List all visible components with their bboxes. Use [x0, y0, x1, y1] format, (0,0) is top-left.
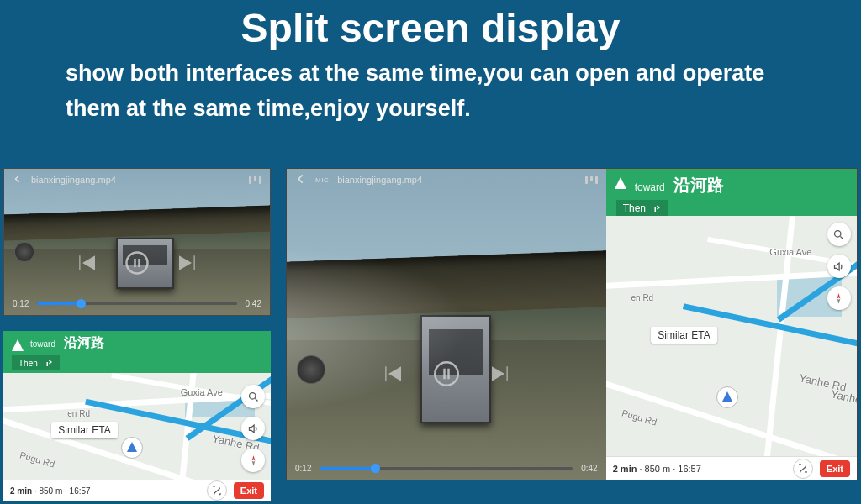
back-icon[interactable] — [295, 173, 307, 186]
road-label: Pugu Rd — [18, 450, 55, 470]
turn-right-icon — [651, 203, 661, 213]
seek-bar[interactable] — [320, 467, 573, 470]
then-label: Then — [18, 359, 38, 368]
road-label: Guxia Ave — [181, 387, 223, 397]
exit-button[interactable]: Exit — [820, 460, 850, 477]
svg-point-2 — [435, 363, 458, 386]
equalizer-icon[interactable] — [585, 176, 598, 184]
svg-point-1 — [249, 392, 256, 399]
eta-summary: 2 min · 850 m · 16:57 — [10, 486, 91, 496]
turn-right-icon — [43, 358, 53, 368]
page-subtitle: show both interfaces at the same time,yo… — [0, 51, 861, 127]
nav-map-small: toward 沿河路 Then Guxia Ave Yanhe Rd Pugu … — [3, 331, 271, 501]
road-label: en Rd — [67, 409, 90, 418]
video-player-large: MIC bianxingjingang.mp4 0:12 0:42 — [287, 169, 606, 480]
destination-name: 沿河路 — [673, 174, 724, 197]
time-total: 0:42 — [581, 464, 597, 473]
compass-button[interactable] — [241, 449, 265, 472]
volume-button[interactable] — [827, 255, 851, 278]
video-scene — [4, 169, 270, 315]
time-total: 0:42 — [246, 299, 261, 308]
nav-header: toward 沿河路 Then — [3, 331, 271, 375]
time-current: 0:12 — [295, 464, 311, 473]
video-filename: bianxingjingang.mp4 — [31, 175, 116, 185]
road-label: Pugu Rd — [621, 407, 658, 427]
then-label: Then — [623, 202, 646, 214]
next-button[interactable] — [175, 250, 200, 276]
pause-button[interactable] — [124, 250, 150, 276]
nav-map-large: toward 沿河路 Then Guxia Ave Yanhe Rd Yanhe… — [606, 169, 857, 480]
eta-chip[interactable]: Similar ETA — [51, 422, 117, 438]
eta-chip[interactable]: Similar ETA — [651, 327, 716, 344]
map-canvas[interactable]: Guxia Ave Yanhe Rd Yanhe Pugu Rd en Rd S… — [606, 216, 857, 456]
exit-button[interactable]: Exit — [234, 482, 264, 499]
volume-button[interactable] — [241, 417, 265, 440]
toward-label: toward — [635, 181, 665, 193]
video-progress: 0:12 0:42 — [4, 294, 270, 315]
nav-footer: 2 min · 850 m · 16:57 Exit — [606, 456, 857, 480]
video-scene — [287, 169, 606, 480]
road-label: en Rd — [631, 293, 654, 302]
toward-label: toward — [30, 339, 55, 349]
video-controls — [287, 361, 606, 386]
road-label: Guxia Ave — [769, 247, 811, 257]
eta-summary: 2 min · 850 m · 16:57 — [613, 464, 701, 474]
alt-routes-button[interactable] — [207, 480, 227, 501]
equalizer-icon[interactable] — [249, 176, 261, 184]
pause-button[interactable] — [434, 361, 459, 386]
back-icon[interactable] — [13, 174, 23, 186]
next-button[interactable] — [488, 361, 513, 386]
mic-label: MIC — [315, 176, 329, 184]
prev-button[interactable] — [74, 250, 99, 276]
direction-arrow-icon — [615, 177, 626, 189]
direction-arrow-icon — [12, 339, 24, 351]
compass-button[interactable] — [827, 286, 851, 310]
then-step[interactable]: Then — [12, 355, 60, 370]
prev-button[interactable] — [380, 361, 405, 386]
page-title: Split screen display — [0, 0, 861, 51]
video-controls — [4, 250, 270, 276]
video-progress: 0:12 0:42 — [287, 459, 606, 480]
map-side-controls — [240, 385, 266, 472]
video-topbar: MIC bianxingjingang.mp4 — [287, 169, 606, 191]
svg-point-3 — [835, 230, 842, 237]
map-canvas[interactable]: Guxia Ave Yanhe Rd Pugu Rd en Rd Similar… — [3, 373, 271, 480]
alt-routes-button[interactable] — [793, 459, 813, 479]
destination-name: 沿河路 — [64, 334, 104, 352]
current-position-icon — [121, 437, 143, 459]
search-button[interactable] — [827, 223, 851, 246]
video-filename: bianxingjingang.mp4 — [337, 175, 422, 185]
search-button[interactable] — [241, 385, 265, 408]
current-position-icon — [716, 386, 738, 408]
video-topbar: bianxingjingang.mp4 — [4, 169, 270, 191]
svg-point-0 — [127, 253, 148, 274]
time-current: 0:12 — [13, 299, 29, 308]
split-screen-device: MIC bianxingjingang.mp4 0:12 0:42 toward… — [286, 168, 858, 480]
map-side-controls — [827, 223, 852, 451]
then-step[interactable]: Then — [616, 200, 668, 217]
video-player-small: bianxingjingang.mp4 0:12 0:42 — [3, 168, 271, 316]
nav-footer: 2 min · 850 m · 16:57 Exit — [3, 480, 271, 501]
seek-bar[interactable] — [37, 302, 236, 305]
